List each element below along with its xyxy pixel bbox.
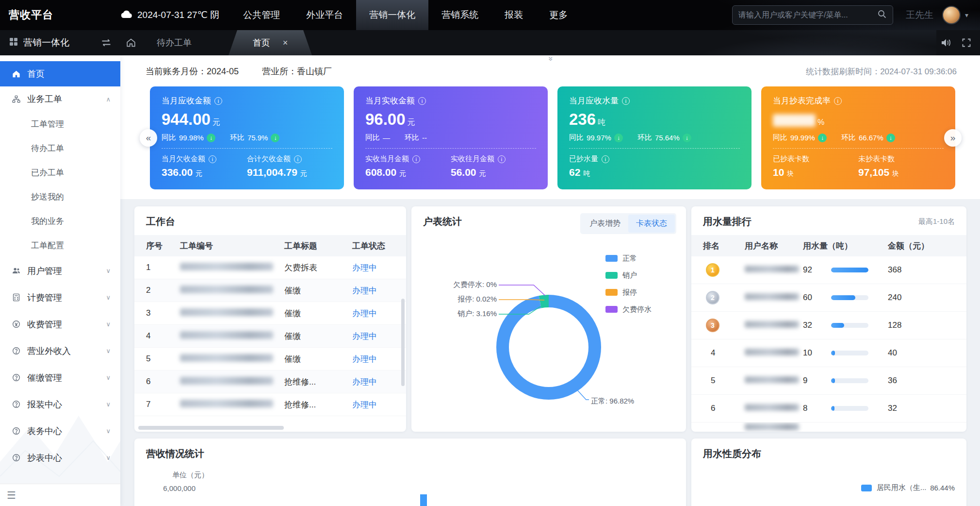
sidebar-group-collection[interactable]: 催缴管理 ∨ [0, 364, 120, 391]
status-link[interactable]: 办理中 [352, 377, 377, 387]
carousel-next-button[interactable]: » [944, 129, 962, 147]
avatar[interactable] [942, 6, 961, 24]
carousel-prev-button[interactable]: « [140, 129, 157, 147]
horizontal-scrollbar[interactable] [138, 426, 284, 430]
legend-swatch [605, 306, 618, 313]
legend-item-residential[interactable]: 居民用水（生... 86.44% [861, 483, 955, 492]
nav-item-installation[interactable]: 报装 [491, 0, 536, 30]
fullscreen-icon[interactable] [962, 38, 971, 48]
callout-paused: 报停: 0.02% [426, 295, 497, 304]
table-row[interactable]: 4 催缴 办理中 [134, 325, 406, 348]
sidebar-item-cc-me[interactable]: 抄送我的 [0, 185, 120, 209]
tab-meter-trend[interactable]: 户表增势 [582, 215, 628, 233]
reminder-icon [11, 373, 21, 382]
collapse-panel-handle[interactable]: « [539, 55, 561, 66]
legend-item-paused[interactable]: 报停 [605, 287, 652, 298]
status-link[interactable]: 办理中 [352, 354, 377, 364]
home-icon[interactable] [126, 37, 136, 48]
ranking-row[interactable]: 5 9 36 [691, 367, 966, 395]
ranking-row[interactable]: 1 92 368 [691, 256, 966, 284]
status-link[interactable]: 办理中 [352, 400, 377, 409]
sidebar-group-reading-center[interactable]: 抄表中心 ∨ [0, 444, 120, 471]
global-search[interactable] [732, 5, 893, 25]
info-icon[interactable]: i [602, 155, 609, 163]
redacted-user-name [745, 321, 799, 328]
usage-bar [831, 378, 868, 383]
sidebar-item-order-config[interactable]: 工单配置 [0, 233, 120, 257]
sidebar-group-work-orders[interactable]: 业务工单 ∧ [0, 86, 120, 112]
user-menu-caret-icon[interactable]: ▾ [965, 11, 968, 19]
legend-item-cutoff[interactable]: 欠费停水 [605, 304, 652, 315]
ranking-row[interactable]: 3 32 128 [691, 312, 966, 339]
info-icon[interactable]: i [209, 155, 216, 163]
vertical-scrollbar[interactable] [401, 299, 405, 386]
sidebar-group-install-center[interactable]: 报装中心 ∨ [0, 391, 120, 418]
menu-list-icon[interactable]: ☰ [7, 489, 16, 501]
sidebar-group-other-income[interactable]: 营业外收入 ∨ [0, 337, 120, 364]
y-axis-tick: 6,000,000 [153, 484, 196, 492]
income-icon [11, 346, 21, 355]
info-icon[interactable]: i [622, 97, 630, 105]
legend-swatch [605, 289, 618, 296]
sub-stat: 实收往月金额i 56.00 元 [451, 154, 536, 178]
ranking-row-partial [691, 422, 966, 432]
cloud-icon [120, 10, 133, 21]
sitemap-icon [11, 95, 21, 104]
sidebar-item-done-orders[interactable]: 已办工单 [0, 160, 120, 185]
search-icon[interactable] [877, 9, 887, 21]
sidebar-group-user-mgmt[interactable]: 用户管理 ∨ [0, 257, 120, 284]
status-link[interactable]: 办理中 [352, 309, 377, 318]
info-icon[interactable]: i [412, 155, 420, 163]
redacted-user-name [745, 404, 799, 411]
tab-card-status[interactable]: 卡表状态 [628, 215, 675, 233]
down-arrow-icon: ↓ [683, 134, 691, 142]
ranking-row[interactable]: 2 60 240 [691, 284, 966, 312]
search-input[interactable] [738, 11, 873, 19]
legend-item-normal[interactable]: 正常 [605, 253, 652, 264]
redacted-user-name [745, 423, 799, 430]
sidebar-item-home[interactable]: 首页 [0, 61, 120, 86]
sound-icon[interactable] [940, 38, 952, 48]
status-link[interactable]: 办理中 [352, 263, 377, 272]
ranking-row[interactable]: 4 10 40 [691, 339, 966, 367]
table-row[interactable]: 1 欠费拆表 办理中 [134, 256, 406, 279]
sidebar-group-fees[interactable]: 收费管理 ∨ [0, 311, 120, 337]
nav-item-marketing-system[interactable]: 营销系统 [428, 0, 491, 30]
meter-stats-panel: 户表统计 户表增势 卡表状态 正常 销户 报停 欠费停水 欠费停水: 0% 报停… [411, 206, 686, 432]
chevron-down-icon: ∨ [106, 401, 111, 408]
nav-item-field-platform[interactable]: 外业平台 [293, 0, 356, 30]
tab-todo-orders[interactable]: 待办工单 [150, 37, 198, 49]
revenue-stats-panel: 营收情况统计 单位（元） 6,000,000 [134, 439, 686, 506]
redacted-user-name [745, 293, 799, 300]
table-row[interactable]: 7 抢维修... 办理中 [134, 393, 406, 416]
nav-item-more[interactable]: 更多 [536, 0, 581, 30]
water-nature-panel: 用水性质分布 居民用水（生... 86.44% [691, 439, 966, 506]
sidebar-item-my-business[interactable]: 我的业务 [0, 209, 120, 233]
ranking-row[interactable]: 6 8 32 [691, 395, 966, 422]
table-row[interactable]: 5 催缴 办理中 [134, 348, 406, 371]
table-row[interactable]: 3 催缴 办理中 [134, 302, 406, 325]
redacted-user-name [745, 376, 799, 383]
sidebar-group-billing[interactable]: 计费管理 ∨ [0, 284, 120, 311]
info-icon[interactable]: i [294, 155, 302, 163]
table-row[interactable]: 2 催缴 办理中 [134, 279, 406, 302]
table-row[interactable]: 6 抢维修... 办理中 [134, 371, 406, 393]
status-link[interactable]: 办理中 [352, 332, 377, 341]
info-icon[interactable]: i [418, 97, 426, 105]
sidebar-group-meter-center[interactable]: 表务中心 ∨ [0, 418, 120, 444]
legend-item-closed[interactable]: 销户 [605, 270, 652, 281]
nav-item-public-mgmt[interactable]: 公共管理 [230, 0, 293, 30]
ranking-range-label: 最高1-10名 [918, 217, 955, 226]
info-icon[interactable]: i [214, 97, 222, 105]
switch-module-icon[interactable] [100, 38, 112, 47]
sidebar-item-order-mgmt[interactable]: 工单管理 [0, 112, 120, 136]
nav-item-marketing-integrated[interactable]: 营销一体化 [356, 0, 428, 30]
status-link[interactable]: 办理中 [352, 286, 377, 295]
info-icon[interactable]: i [498, 155, 506, 163]
sub-stat: 未抄表卡数 97,105 块 [858, 154, 944, 178]
tab-home-active[interactable]: 首页 × [229, 30, 312, 55]
close-tab-icon[interactable]: × [283, 38, 288, 48]
username: 王先生 [906, 9, 933, 21]
info-icon[interactable]: i [834, 97, 842, 105]
sidebar-item-todo-orders[interactable]: 待办工单 [0, 136, 120, 160]
